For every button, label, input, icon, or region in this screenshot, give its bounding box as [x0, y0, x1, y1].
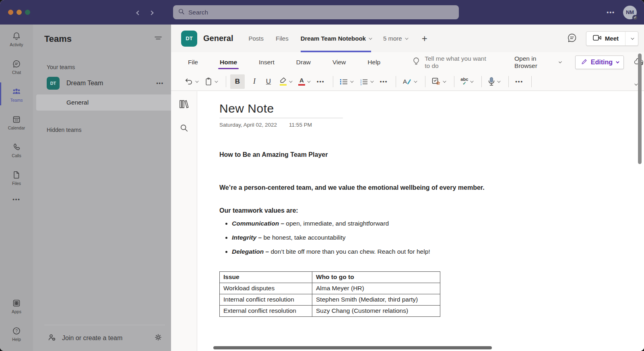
note-values-label[interactable]: Our teamwork values are:	[219, 207, 628, 214]
person-add-icon	[47, 333, 56, 343]
open-in-browser-button[interactable]: Open in Browser	[514, 55, 561, 70]
note-bullet-list[interactable]: Communication – open, immediate, and str…	[219, 220, 628, 255]
team-name: Dream Team	[66, 80, 149, 87]
join-create-team-button[interactable]: Join or create a team	[62, 335, 149, 342]
conversation-icon[interactable]	[567, 33, 577, 45]
note-title[interactable]: New Note	[219, 102, 343, 118]
tab-posts[interactable]: Posts	[248, 25, 264, 52]
more-tools-icon[interactable]: •••	[513, 78, 526, 84]
teams-people-icon	[11, 87, 22, 96]
sidebar-item-activity[interactable]: Activity	[0, 25, 33, 52]
menu-insert[interactable]: Insert	[258, 56, 275, 68]
divider	[481, 76, 482, 87]
sidebar-item-calendar[interactable]: Calendar	[0, 108, 33, 135]
channel-header: DT General Posts Files Dream Team Notebo…	[171, 25, 644, 52]
sidebar-item-help[interactable]: ? Help	[0, 319, 33, 347]
teams-window: Search ••• NM ✓ Activity Chat	[0, 0, 644, 351]
minimize-window-button[interactable]	[17, 10, 22, 15]
undo-button[interactable]	[182, 76, 200, 87]
manage-teams-gear-icon[interactable]	[154, 333, 162, 343]
divider	[396, 76, 396, 87]
notebooks-library-icon[interactable]	[179, 99, 189, 111]
highlighter-button[interactable]	[277, 76, 293, 87]
search-input[interactable]: Search	[173, 5, 459, 19]
dictate-button[interactable]	[486, 75, 502, 88]
apps-grid-icon	[12, 298, 21, 308]
spellcheck-button[interactable]: abc ✓	[458, 76, 475, 87]
underline-button[interactable]: U	[263, 76, 274, 87]
sidebar-item-calls[interactable]: Calls	[0, 135, 33, 163]
channel-item-general[interactable]: General	[36, 94, 171, 111]
add-tab-button[interactable]: +	[422, 25, 427, 52]
paste-button[interactable]	[202, 76, 219, 88]
tab-dream-team-notebook[interactable]: Dream Team Notebook	[301, 25, 371, 52]
list-item[interactable]: Delegation – don’t bite off more than yo…	[232, 248, 628, 255]
menu-view[interactable]: View	[332, 56, 347, 68]
zoom-window-button[interactable]	[25, 10, 30, 15]
note-table[interactable]: Issue Who to go to Workload disputes Alm…	[219, 271, 440, 317]
sidebar-item-label: Calendar	[8, 125, 25, 130]
sidebar-item-apps[interactable]: Apps	[0, 291, 33, 319]
styles-button[interactable]: A	[400, 76, 418, 87]
chevron-down-icon	[369, 36, 372, 39]
chevron-down-icon	[559, 60, 562, 64]
table-row: Workload disputes Alma Meyer (HR)	[220, 283, 440, 294]
note-page[interactable]: New Note Saturday, April 02, 2022 11:55 …	[197, 91, 644, 351]
numbered-list-button[interactable]: 123	[357, 76, 375, 87]
divider	[425, 76, 425, 87]
meet-button[interactable]: Meet	[586, 32, 625, 45]
more-lists-icon[interactable]: •••	[378, 78, 390, 84]
tab-5-more[interactable]: 5 more	[383, 25, 407, 52]
menu-home[interactable]: Home	[219, 56, 238, 68]
pencil-icon	[581, 58, 588, 67]
bullet-list-button[interactable]	[337, 76, 355, 87]
channel-title: General	[203, 25, 233, 52]
note-intro[interactable]: We’re a person-centered team, and we val…	[219, 184, 628, 191]
menu-help[interactable]: Help	[367, 56, 381, 68]
team-row-dream-team[interactable]: DT Dream Team •••	[33, 74, 171, 92]
bell-icon	[12, 31, 21, 41]
avatar-initials: NM	[626, 9, 634, 15]
sidebar-item-teams[interactable]: Teams	[0, 80, 33, 108]
list-item[interactable]: Communication – open, immediate, and str…	[232, 220, 628, 227]
note-date: Saturday, April 02, 2022	[219, 122, 277, 128]
menu-draw[interactable]: Draw	[295, 56, 312, 68]
menu-file[interactable]: File	[187, 56, 199, 68]
vertical-scrollbar[interactable]	[638, 53, 642, 164]
more-options-icon[interactable]: •••	[607, 9, 615, 16]
notebook-content: New Note Saturday, April 02, 2022 11:55 …	[171, 91, 644, 351]
more-formatting-icon[interactable]: •••	[314, 78, 327, 84]
channel-team-avatar: DT	[181, 31, 197, 47]
close-window-button[interactable]	[8, 10, 13, 15]
editing-mode-button[interactable]: Editing	[575, 55, 624, 69]
divider	[333, 76, 333, 87]
font-color-button[interactable]: A	[296, 76, 312, 87]
list-item[interactable]: Integrity – be honest, take accountabili…	[232, 234, 628, 241]
italic-button[interactable]: I	[249, 76, 260, 87]
table-row: External conflict resolution Suzy Chang …	[220, 306, 440, 317]
horizontal-scrollbar[interactable]	[213, 346, 492, 349]
tags-button[interactable]	[429, 76, 447, 87]
rail-more-icon[interactable]: •••	[0, 191, 33, 207]
sidebar-item-label: Apps	[12, 309, 21, 314]
notebook-side-rail	[171, 91, 197, 351]
sidebar-item-chat[interactable]: Chat	[0, 52, 33, 80]
avatar[interactable]: NM ✓	[623, 6, 637, 19]
team-more-icon[interactable]: •••	[156, 80, 164, 86]
tell-me-input[interactable]: Tell me what you want to do	[413, 55, 491, 70]
filter-icon[interactable]	[154, 35, 162, 43]
tab-files[interactable]: Files	[276, 25, 289, 52]
meet-dropdown-button[interactable]	[625, 32, 638, 45]
notebook-search-icon[interactable]	[180, 123, 188, 134]
sidebar-item-files[interactable]: Files	[0, 163, 33, 191]
bold-button[interactable]: B	[230, 74, 245, 89]
collapse-ribbon-icon[interactable]	[634, 80, 637, 87]
note-heading[interactable]: How to Be an Amazing Team Player	[219, 151, 628, 158]
forward-button[interactable]	[150, 9, 153, 16]
presence-badge: ✓	[632, 15, 638, 21]
svg-text:?: ?	[15, 329, 18, 333]
sidebar-item-label: Chat	[12, 70, 21, 75]
back-button[interactable]	[137, 9, 140, 16]
hidden-teams-label[interactable]: Hidden teams	[33, 111, 171, 137]
highlight-color-swatch	[280, 84, 287, 86]
